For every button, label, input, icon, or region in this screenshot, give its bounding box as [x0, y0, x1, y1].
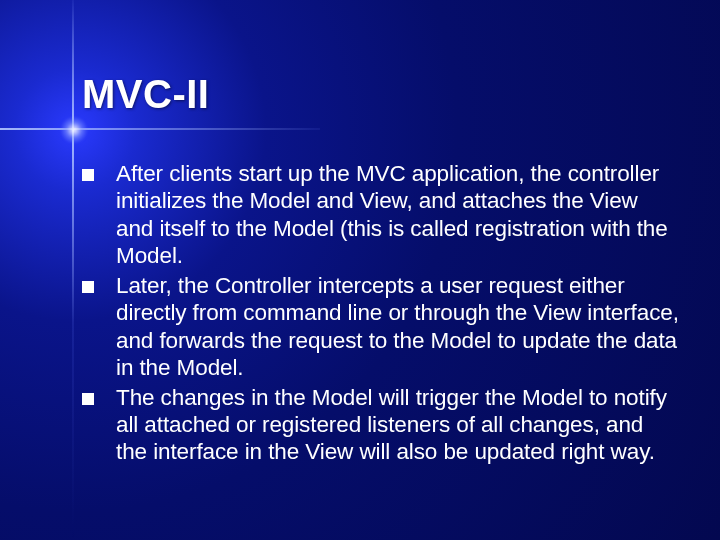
- bullet-text: After clients start up the MVC applicati…: [116, 160, 680, 270]
- list-item: The changes in the Model will trigger th…: [82, 384, 680, 466]
- list-item: After clients start up the MVC applicati…: [82, 160, 680, 270]
- bullet-text: Later, the Controller intercepts a user …: [116, 272, 680, 382]
- lens-flare-core: [60, 116, 88, 144]
- lens-flare-vertical: [72, 0, 74, 540]
- slide-title: MVC-II: [82, 72, 209, 117]
- square-bullet-icon: [82, 169, 94, 181]
- bullet-text: The changes in the Model will trigger th…: [116, 384, 680, 466]
- slide-content: After clients start up the MVC applicati…: [82, 160, 680, 468]
- lens-flare-horizontal: [0, 128, 320, 130]
- square-bullet-icon: [82, 393, 94, 405]
- square-bullet-icon: [82, 281, 94, 293]
- list-item: Later, the Controller intercepts a user …: [82, 272, 680, 382]
